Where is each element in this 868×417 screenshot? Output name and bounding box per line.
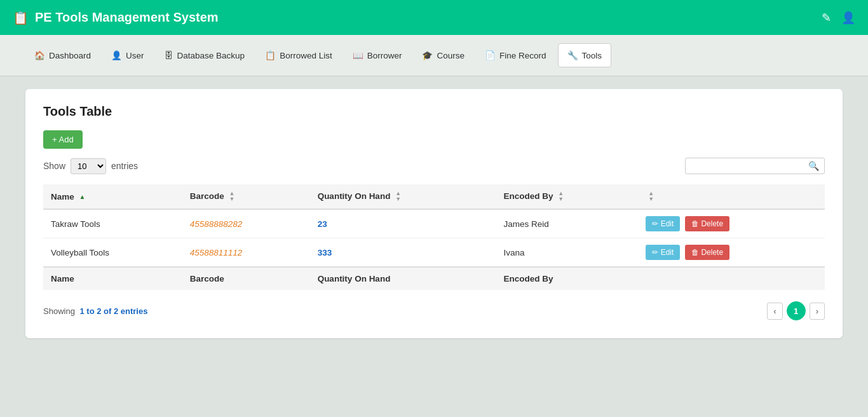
footer-barcode: Barcode	[182, 267, 310, 290]
cell-quantity: 333	[310, 238, 496, 268]
edit-icon[interactable]: ✎	[822, 11, 831, 25]
table-controls: Show 10 25 50 100 entries 🔍	[43, 158, 825, 174]
footer-name: Name	[43, 267, 182, 290]
search-input[interactable]	[691, 161, 808, 171]
main-nav: 🏠 Dashboard 👤 User 🗄 Database Backup 📋 B…	[0, 35, 868, 76]
pagination-row: Showing 1 to 2 of 2 entries ‹ 1 ›	[43, 301, 825, 320]
prev-page-button[interactable]: ‹	[767, 303, 782, 320]
nav-item-borrower[interactable]: 📖 Borrower	[344, 44, 411, 67]
entries-select[interactable]: 10 25 50 100	[71, 158, 106, 174]
header-action-icons: ✎ 👤	[822, 11, 855, 25]
main-content: Tools Table + Add Show 10 25 50 100 entr…	[0, 76, 868, 351]
cell-name: Takraw Tools	[43, 209, 182, 238]
sort-actions-icon: ▲▼	[648, 191, 654, 202]
nav-item-course[interactable]: 🎓 Course	[413, 44, 473, 67]
nav-item-database-backup[interactable]: 🗄 Database Backup	[156, 44, 254, 67]
cell-name: Volleyball Tools	[43, 238, 182, 268]
app-logo-icon: 📋	[13, 10, 29, 25]
nav-item-dashboard[interactable]: 🏠 Dashboard	[25, 44, 100, 67]
pagination-range: 1 to 2 of 2 entries	[80, 306, 148, 316]
col-name[interactable]: Name ▲	[43, 184, 182, 209]
document-icon: 📄	[485, 50, 496, 60]
table-footer-row: Name Barcode Quantity On Hand Encoded By	[43, 267, 825, 290]
col-quantity[interactable]: Quantity On Hand ▲▼	[310, 184, 496, 209]
app-header: 📋 PE Tools Management System ✎ 👤	[0, 0, 868, 35]
footer-encoded-by: Encoded By	[496, 267, 639, 290]
cell-encoded-by: James Reid	[496, 209, 639, 238]
search-icon: 🔍	[808, 161, 819, 171]
add-button[interactable]: + Add	[43, 130, 83, 149]
col-encoded-by[interactable]: Encoded By ▲▼	[496, 184, 639, 209]
col-actions: ▲▼	[638, 184, 825, 209]
sort-barcode-icon: ▲▼	[229, 191, 235, 202]
edit-button[interactable]: ✏ Edit	[646, 245, 680, 260]
home-icon: 🏠	[34, 50, 45, 60]
page-title: Tools Table	[43, 104, 825, 119]
nav-item-fine-record[interactable]: 📄 Fine Record	[476, 44, 555, 67]
search-box: 🔍	[685, 158, 825, 174]
app-title: PE Tools Management System	[35, 10, 219, 25]
footer-actions	[638, 267, 825, 290]
graduation-icon: 🎓	[422, 50, 433, 60]
app-title-group: 📋 PE Tools Management System	[13, 10, 219, 25]
cell-barcode: 45588888282	[182, 209, 310, 238]
sort-encoded-icon: ▲▼	[558, 191, 564, 202]
nav-item-user[interactable]: 👤 User	[102, 44, 153, 67]
cell-barcode: 45588811112	[182, 238, 310, 268]
show-entries-control: Show 10 25 50 100 entries	[43, 158, 138, 174]
user-circle-icon[interactable]: 👤	[841, 11, 855, 25]
user-icon: 👤	[111, 50, 122, 60]
cell-actions: ✏ Edit 🗑 Delete	[638, 238, 825, 268]
cell-quantity: 23	[310, 209, 496, 238]
current-page[interactable]: 1	[787, 301, 806, 320]
tools-table: Name ▲ Barcode ▲▼ Quantity On Hand	[43, 184, 825, 290]
showing-text: Showing 1 to 2 of 2 entries	[43, 306, 147, 316]
book-icon: 📖	[353, 50, 363, 60]
cell-encoded-by: Ivana	[496, 238, 639, 268]
cell-actions: ✏ Edit 🗑 Delete	[638, 209, 825, 238]
sort-qty-icon: ▲▼	[395, 191, 401, 202]
database-icon: 🗄	[165, 51, 173, 60]
delete-button[interactable]: 🗑 Delete	[685, 216, 729, 231]
wrench-icon: 🔧	[567, 50, 578, 60]
delete-button[interactable]: 🗑 Delete	[685, 245, 729, 260]
next-page-button[interactable]: ›	[810, 303, 825, 320]
table-row: Volleyball Tools 45588811112 333 Ivana ✏…	[43, 238, 825, 268]
table-row: Takraw Tools 45588888282 23 James Reid ✏…	[43, 209, 825, 238]
entries-label: entries	[111, 161, 138, 171]
tools-table-card: Tools Table + Add Show 10 25 50 100 entr…	[25, 89, 843, 338]
nav-item-borrowed-list[interactable]: 📋 Borrowed List	[256, 44, 341, 67]
nav-item-tools[interactable]: 🔧 Tools	[558, 43, 612, 67]
table-header-row: Name ▲ Barcode ▲▼ Quantity On Hand	[43, 184, 825, 209]
list-icon: 📋	[265, 50, 276, 60]
pagination-controls: ‹ 1 ›	[767, 301, 825, 320]
show-label: Show	[43, 161, 65, 171]
sort-name-icon: ▲	[79, 194, 86, 200]
edit-button[interactable]: ✏ Edit	[646, 216, 680, 231]
footer-quantity: Quantity On Hand	[310, 267, 496, 290]
col-barcode[interactable]: Barcode ▲▼	[182, 184, 310, 209]
